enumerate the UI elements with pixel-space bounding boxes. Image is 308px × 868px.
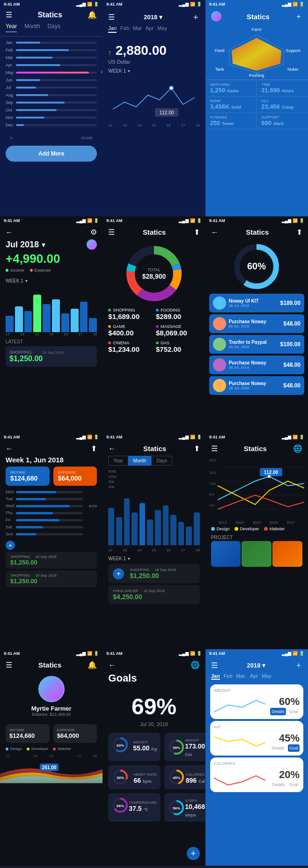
tab-days[interactable]: Days bbox=[48, 23, 60, 32]
status-bar-1: 9:41 AM ▂▄▆ 📶 🔋 bbox=[0, 0, 103, 8]
mtab-jan[interactable]: Jan bbox=[108, 25, 117, 33]
share-icon-5[interactable]: ⬆ bbox=[194, 228, 200, 237]
tab-month[interactable]: Month bbox=[24, 23, 40, 32]
back-icon-6[interactable]: ← bbox=[211, 228, 219, 237]
metric-row: 55% HEIGHT 173.00 Cm bbox=[168, 736, 205, 757]
month-label-jan: Jan bbox=[6, 40, 16, 45]
metric-label: STEPS bbox=[185, 799, 205, 803]
menu-icon-10[interactable]: ☰ bbox=[6, 660, 12, 669]
globe-icon-9[interactable]: 🌐 bbox=[293, 444, 302, 453]
cal-details-btn[interactable]: Details bbox=[270, 781, 286, 788]
menu-icon-1[interactable]: ☰ bbox=[6, 10, 12, 19]
mtab-feb[interactable]: Feb bbox=[120, 25, 129, 33]
tx-amt-1: $48.00 bbox=[283, 320, 301, 327]
week-sel-4[interactable]: WEEK 1 ▾ bbox=[0, 276, 103, 285]
weight-details-btn[interactable]: Details bbox=[270, 708, 286, 715]
settings-icon-4[interactable]: ⚙ bbox=[90, 228, 97, 237]
add-circle-7[interactable]: + bbox=[6, 541, 15, 550]
day-label-tue: Tue bbox=[6, 497, 16, 501]
add-icon-3[interactable]: ＋ bbox=[295, 12, 302, 22]
share-icon-7[interactable]: ⬆ bbox=[91, 444, 97, 453]
cat-amount: $1,689.00 bbox=[108, 312, 152, 320]
item-row-7b: SHOPPING 18 Sep 2018 $1,250.00 bbox=[6, 571, 97, 587]
mtab2-feb[interactable]: Feb bbox=[224, 673, 233, 680]
tab-year[interactable]: Year bbox=[6, 23, 17, 32]
menu-icon-5[interactable]: ☰ bbox=[108, 228, 115, 237]
cal-goal-btn[interactable]: Goal bbox=[288, 781, 300, 788]
fat-details-btn[interactable]: Details bbox=[270, 744, 286, 752]
week-selector-2[interactable]: WEEK 1 ▾ bbox=[103, 68, 205, 76]
week-title-7: Week 1, Jun 2018 bbox=[0, 456, 103, 467]
mtab2-mar[interactable]: Mar. bbox=[236, 673, 246, 680]
month-label-aug: Aug bbox=[6, 93, 16, 97]
menu-icon-2[interactable]: ☰ bbox=[108, 13, 115, 22]
add-icon-12[interactable]: ＋ bbox=[295, 660, 302, 670]
bell-icon-10[interactable]: 🔔 bbox=[88, 660, 97, 669]
day-bar-sat bbox=[16, 526, 43, 528]
share-icon-6[interactable]: ⬆ bbox=[296, 228, 302, 237]
menu-icon-12[interactable]: ☰ bbox=[211, 661, 218, 670]
week-sel-8[interactable]: WEEK 1 ▾ bbox=[103, 553, 205, 564]
status-bar-6: 9:41 AM ▂▄▆ 📶 🔋 bbox=[205, 216, 308, 225]
tx-date-3: 28 Jul, 2018 bbox=[229, 365, 281, 370]
back-icon-7[interactable]: ← bbox=[6, 445, 13, 453]
p8-bar-2 bbox=[124, 498, 130, 545]
mtab2-jan[interactable]: Jan bbox=[211, 673, 220, 680]
ie-row-10: INCOME $124,680 EXPENSE $64,000 bbox=[0, 720, 103, 747]
back-icon-11[interactable]: ← bbox=[108, 661, 116, 669]
mtab-may[interactable]: May bbox=[157, 25, 167, 33]
day-bars-7: MonTueWed$200ThuFriSatSun bbox=[0, 490, 103, 536]
share-icon-8[interactable]: ⬆ bbox=[194, 444, 200, 453]
week-label-8: WEEK 1 bbox=[108, 556, 126, 561]
mtab-apr[interactable]: Apr bbox=[146, 25, 154, 33]
leg2-design-dot bbox=[6, 748, 8, 750]
globe-icon-11[interactable]: 🌐 bbox=[191, 660, 200, 669]
mtab2-apr[interactable]: Apr bbox=[250, 673, 258, 680]
fab-11[interactable]: + bbox=[187, 847, 200, 860]
back-icon-4[interactable]: ← bbox=[6, 228, 13, 237]
signal-icon-10: ▂▄▆ bbox=[76, 651, 86, 656]
metric-value: 66 bpm bbox=[133, 777, 157, 784]
expense-amount-7: $64,000 bbox=[58, 475, 93, 482]
year-sel-12[interactable]: 2018 ▾ bbox=[247, 662, 266, 669]
add-row-7: + bbox=[0, 539, 103, 552]
stat-item-fooding: FOODING $289.00 bbox=[156, 308, 200, 320]
year-selector[interactable]: 2018 ▾ bbox=[144, 14, 162, 21]
weight-goal-btn[interactable]: Goal bbox=[288, 708, 300, 715]
day-bar-wrap-thu bbox=[16, 512, 83, 514]
dev-dot bbox=[235, 527, 238, 531]
signal-icon-6: ▂▄▆ bbox=[282, 218, 291, 223]
month-label-nov: Nov bbox=[6, 115, 16, 120]
ttab-days-8[interactable]: Days bbox=[151, 456, 172, 466]
leg2-design: Design bbox=[6, 747, 22, 751]
ttab-year-8[interactable]: Year bbox=[108, 456, 128, 466]
back-icon-8[interactable]: ← bbox=[108, 445, 116, 453]
p8-bar-8 bbox=[170, 515, 176, 545]
bar-fill-jun bbox=[16, 79, 40, 81]
ttab-month-8[interactable]: Month bbox=[128, 456, 152, 466]
x-labels-9: 20132014201520162017 bbox=[205, 520, 308, 525]
add-icon-2[interactable]: ＋ bbox=[191, 11, 200, 22]
tx-amt-8b: $4,250.00 bbox=[113, 593, 164, 601]
battery-icon-2: 🔋 bbox=[197, 2, 202, 7]
month-label-apr: Apr bbox=[6, 63, 16, 67]
cat-amount: $1,234.00 bbox=[108, 345, 152, 353]
stat-val: 3,456K Gold bbox=[210, 103, 252, 110]
metric-card-temperature: 66% TEMPERATURE 37.5 °C bbox=[108, 793, 161, 822]
bell-icon-1[interactable]: 🔔 bbox=[88, 10, 97, 19]
big-amount-2: 2,880.00 bbox=[116, 43, 167, 58]
time-6: 9:41 AM bbox=[209, 218, 225, 223]
mtab-mar[interactable]: Mar bbox=[133, 25, 142, 33]
cat-dot bbox=[156, 341, 159, 344]
add-btn-8a[interactable]: + bbox=[113, 568, 124, 579]
mtab2-may[interactable]: May bbox=[262, 673, 271, 680]
line-chart-2: 112.00 bbox=[103, 76, 205, 123]
cat-dot bbox=[108, 309, 111, 312]
add-more-button[interactable]: Add More bbox=[6, 146, 97, 162]
income-dot bbox=[6, 269, 8, 272]
status-icons-9: ▂▄▆ 📶 🔋 bbox=[282, 435, 304, 439]
status-bar-11: 9:41 AM ▂▄▆ 📶 🔋 bbox=[103, 649, 205, 658]
menu-icon-9[interactable]: ☰ bbox=[211, 444, 218, 453]
project-imgs-9 bbox=[205, 541, 308, 567]
fat-goal-btn[interactable]: Goal bbox=[288, 744, 300, 752]
